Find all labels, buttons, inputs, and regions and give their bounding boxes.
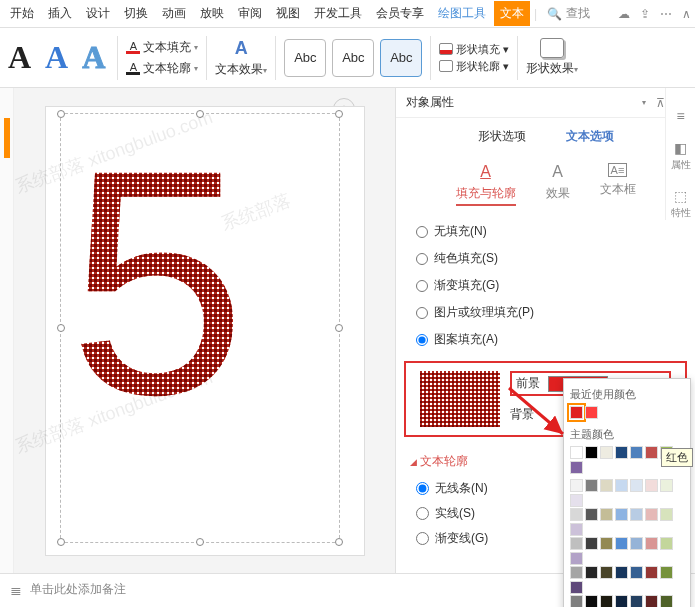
tab-view[interactable]: 视图 <box>270 1 306 26</box>
rail-menu-icon[interactable]: ≡ <box>676 108 684 124</box>
rail-properties[interactable]: ◧属性 <box>671 140 691 172</box>
shape-fill-button[interactable]: 形状填充▾ <box>439 42 509 57</box>
color-swatch[interactable] <box>600 595 613 607</box>
color-swatch[interactable] <box>630 446 643 459</box>
text-fill-button[interactable]: A 文本填充▾ <box>126 39 198 56</box>
color-swatch[interactable] <box>570 566 583 579</box>
color-swatch[interactable] <box>630 566 643 579</box>
color-swatch[interactable] <box>570 494 583 507</box>
color-swatch[interactable] <box>645 537 658 550</box>
cloud-icon[interactable]: ☁ <box>618 7 630 21</box>
collapse-icon[interactable]: ∧ <box>682 7 691 21</box>
color-swatch[interactable] <box>585 406 598 419</box>
wordart-style-3[interactable]: A <box>78 37 109 78</box>
tab-drawing-tools[interactable]: 绘图工具 <box>432 1 492 26</box>
tab-review[interactable]: 审阅 <box>232 1 268 26</box>
color-swatch[interactable] <box>570 595 583 607</box>
color-swatch[interactable] <box>600 446 613 459</box>
color-swatch[interactable] <box>615 508 628 521</box>
tab-slideshow[interactable]: 放映 <box>194 1 230 26</box>
color-swatch[interactable] <box>615 446 628 459</box>
resize-handle[interactable] <box>196 110 204 118</box>
color-swatch[interactable] <box>615 479 628 492</box>
color-swatch[interactable] <box>570 479 583 492</box>
color-swatch[interactable] <box>615 566 628 579</box>
color-swatch[interactable] <box>645 566 658 579</box>
share-icon[interactable]: ⇪ <box>640 7 650 21</box>
color-swatch[interactable] <box>630 537 643 550</box>
color-swatch[interactable] <box>660 595 673 607</box>
tab-start[interactable]: 开始 <box>4 1 40 26</box>
color-swatch[interactable] <box>645 508 658 521</box>
selected-textbox[interactable]: 5 <box>60 113 340 543</box>
color-swatch[interactable] <box>600 479 613 492</box>
wordart-style-2[interactable]: A <box>41 37 72 78</box>
tab-animation[interactable]: 动画 <box>156 1 192 26</box>
resize-handle[interactable] <box>57 324 65 332</box>
pattern-preview[interactable] <box>420 371 500 427</box>
subtab-textbox[interactable]: A≡ 文本框 <box>600 163 636 206</box>
color-swatch[interactable] <box>630 479 643 492</box>
color-swatch[interactable] <box>585 566 598 579</box>
shape-style-3[interactable]: Abc <box>380 39 422 77</box>
resize-handle[interactable] <box>335 538 343 546</box>
tab-text-options[interactable]: 文本选项 <box>566 128 614 149</box>
resize-handle[interactable] <box>57 538 65 546</box>
color-swatch[interactable] <box>570 446 583 459</box>
slide-canvas[interactable]: + 5 <box>14 88 395 573</box>
color-swatch[interactable] <box>570 406 583 419</box>
color-swatch[interactable] <box>630 508 643 521</box>
resize-handle[interactable] <box>196 538 204 546</box>
tab-member[interactable]: 会员专享 <box>370 1 430 26</box>
color-swatch[interactable] <box>570 581 583 594</box>
pin-icon[interactable]: ⊼ <box>656 96 665 110</box>
color-swatch[interactable] <box>585 479 598 492</box>
tab-insert[interactable]: 插入 <box>42 1 78 26</box>
color-swatch[interactable] <box>660 508 673 521</box>
color-swatch[interactable] <box>585 537 598 550</box>
color-swatch[interactable] <box>585 446 598 459</box>
slide[interactable]: 5 <box>45 106 365 556</box>
radio-pattern-fill[interactable]: 图案填充(A) <box>416 326 675 353</box>
color-swatch[interactable] <box>645 595 658 607</box>
color-swatch[interactable] <box>585 508 598 521</box>
tab-design[interactable]: 设计 <box>80 1 116 26</box>
color-swatch[interactable] <box>570 461 583 474</box>
color-swatch[interactable] <box>660 537 673 550</box>
color-swatch[interactable] <box>630 595 643 607</box>
color-swatch[interactable] <box>600 537 613 550</box>
color-swatch[interactable] <box>570 523 583 536</box>
text-outline-button[interactable]: A 文本轮廓▾ <box>126 60 198 77</box>
color-swatch[interactable] <box>570 552 583 565</box>
color-swatch[interactable] <box>615 595 628 607</box>
tab-shape-options[interactable]: 形状选项 <box>478 128 526 149</box>
notes-placeholder[interactable]: 单击此处添加备注 <box>30 581 126 598</box>
subtab-fill-outline[interactable]: A 填充与轮廓 <box>456 163 516 206</box>
resize-handle[interactable] <box>335 324 343 332</box>
rail-features[interactable]: ⬚特性 <box>671 188 691 220</box>
wordart-style-1[interactable]: A <box>4 37 35 78</box>
color-swatch[interactable] <box>570 537 583 550</box>
color-swatch[interactable] <box>615 537 628 550</box>
color-swatch[interactable] <box>600 566 613 579</box>
radio-picture-fill[interactable]: 图片或纹理填充(P) <box>416 299 675 326</box>
radio-solid-fill[interactable]: 纯色填充(S) <box>416 245 675 272</box>
more-icon[interactable]: ⋯ <box>660 7 672 21</box>
tab-transition[interactable]: 切换 <box>118 1 154 26</box>
shape-style-2[interactable]: Abc <box>332 39 374 77</box>
color-swatch[interactable] <box>645 479 658 492</box>
shape-style-1[interactable]: Abc <box>284 39 326 77</box>
color-swatch[interactable] <box>600 508 613 521</box>
subtab-effects[interactable]: A 效果 <box>546 163 570 206</box>
text-effects-button[interactable]: A 文本效果▾ <box>215 38 267 78</box>
tab-devtools[interactable]: 开发工具 <box>308 1 368 26</box>
radio-no-fill[interactable]: 无填充(N) <box>416 218 675 245</box>
color-swatch[interactable] <box>570 508 583 521</box>
resize-handle[interactable] <box>57 110 65 118</box>
radio-gradient-fill[interactable]: 渐变填充(G) <box>416 272 675 299</box>
resize-handle[interactable] <box>335 110 343 118</box>
color-swatch[interactable] <box>645 446 658 459</box>
color-swatch[interactable] <box>660 566 673 579</box>
color-swatch[interactable] <box>660 479 673 492</box>
tab-text-tools[interactable]: 文本 <box>494 1 530 26</box>
